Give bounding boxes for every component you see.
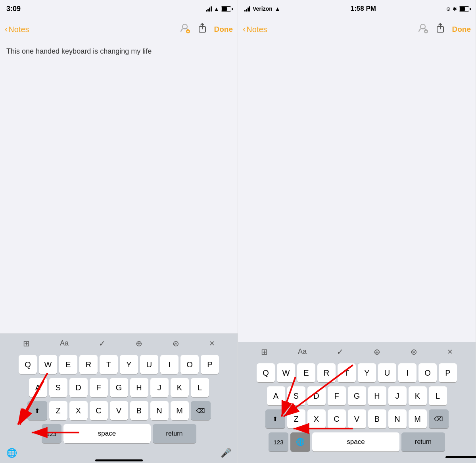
left-key-s[interactable]: S xyxy=(49,378,67,397)
left-mic-icon[interactable]: 🎤 xyxy=(221,448,231,458)
left-wifi-icon: ▲ xyxy=(214,6,219,12)
left-table-icon[interactable]: ⊞ xyxy=(23,339,30,348)
right-key-space[interactable]: space xyxy=(312,432,399,451)
right-key-w[interactable]: W xyxy=(277,363,295,382)
left-key-z[interactable]: Z xyxy=(49,401,67,420)
right-key-z[interactable]: Z xyxy=(287,409,305,428)
right-time: 1:58 PM xyxy=(351,5,376,13)
left-keyboard-toolbar: ⊞ Aa ✓ ⊕ ⊛ × xyxy=(0,334,238,353)
left-key-p[interactable]: P xyxy=(201,355,219,374)
left-key-l[interactable]: L xyxy=(191,378,209,397)
right-key-delete[interactable]: ⌫ xyxy=(429,409,449,428)
right-format-icon[interactable]: Aa xyxy=(298,347,307,356)
left-key-u[interactable]: U xyxy=(140,355,158,374)
right-table-icon[interactable]: ⊞ xyxy=(261,347,268,357)
right-key-n[interactable]: N xyxy=(388,409,407,428)
left-key-j[interactable]: J xyxy=(150,378,169,397)
right-key-t[interactable]: T xyxy=(338,363,356,382)
right-key-a[interactable]: A xyxy=(267,386,285,405)
left-key-h[interactable]: H xyxy=(130,378,148,397)
left-key-space[interactable]: space xyxy=(63,424,151,443)
left-key-w[interactable]: W xyxy=(39,355,57,374)
left-key-shift[interactable]: ⬆ xyxy=(27,401,47,420)
left-key-n[interactable]: N xyxy=(150,401,169,420)
right-contact-icon[interactable]: + xyxy=(417,23,428,36)
right-key-v[interactable]: V xyxy=(348,409,366,428)
right-kb-row-4: 123 🌐 space return xyxy=(240,432,474,451)
right-key-s[interactable]: S xyxy=(287,386,305,405)
right-share-icon[interactable] xyxy=(436,23,445,36)
left-key-g[interactable]: G xyxy=(110,378,128,397)
left-key-y[interactable]: Y xyxy=(120,355,138,374)
right-check-icon[interactable]: ✓ xyxy=(337,347,344,357)
left-done-button[interactable]: Done xyxy=(214,25,233,34)
right-key-d[interactable]: D xyxy=(307,386,326,405)
right-status-bar: Verizon ▲ 1:58 PM ⊙ ✱ xyxy=(238,0,476,17)
left-kb-row-4: 123 space return xyxy=(2,424,236,443)
right-key-i[interactable]: I xyxy=(398,363,416,382)
left-key-a[interactable]: A xyxy=(29,378,47,397)
right-key-shift[interactable]: ⬆ xyxy=(265,409,285,428)
right-phone-screen: Verizon ▲ 1:58 PM ⊙ ✱ ‹ Notes + xyxy=(238,0,476,463)
left-note-content[interactable]: This one handed keyboard is changing my … xyxy=(0,41,238,334)
left-kb-row-2: A S D F G H J K L xyxy=(2,378,236,397)
left-share-icon[interactable] xyxy=(198,23,207,36)
right-done-button[interactable]: Done xyxy=(452,25,471,34)
left-key-x[interactable]: X xyxy=(69,401,88,420)
left-check-icon[interactable]: ✓ xyxy=(99,339,106,348)
left-key-t[interactable]: T xyxy=(100,355,118,374)
right-key-123[interactable]: 123 xyxy=(269,432,288,451)
right-key-o[interactable]: O xyxy=(418,363,437,382)
right-key-q[interactable]: Q xyxy=(257,363,275,382)
right-key-c[interactable]: C xyxy=(328,409,346,428)
left-key-d[interactable]: D xyxy=(69,378,88,397)
left-key-q[interactable]: Q xyxy=(19,355,37,374)
right-key-l[interactable]: L xyxy=(429,386,447,405)
right-back-button[interactable]: ‹ Notes xyxy=(243,24,267,35)
left-key-o[interactable]: O xyxy=(180,355,199,374)
right-key-j[interactable]: J xyxy=(388,386,407,405)
right-key-b[interactable]: B xyxy=(368,409,386,428)
left-globe-icon[interactable]: 🌐 xyxy=(6,448,17,458)
right-plus-circle-icon[interactable]: ⊕ xyxy=(374,347,380,357)
right-key-h[interactable]: H xyxy=(368,386,386,405)
left-markup-icon[interactable]: ⊛ xyxy=(173,339,179,348)
right-key-k[interactable]: K xyxy=(409,386,427,405)
right-key-y[interactable]: Y xyxy=(358,363,376,382)
right-key-u[interactable]: U xyxy=(378,363,396,382)
left-signal-icon xyxy=(206,6,212,12)
right-status-icons: ⊙ ✱ xyxy=(446,6,469,12)
left-key-delete[interactable]: ⌫ xyxy=(191,401,211,420)
right-key-g[interactable]: G xyxy=(348,386,366,405)
right-key-return[interactable]: return xyxy=(401,432,445,451)
left-format-icon[interactable]: Aa xyxy=(60,339,69,347)
left-key-c[interactable]: C xyxy=(90,401,108,420)
right-key-r[interactable]: R xyxy=(317,363,336,382)
left-key-b[interactable]: B xyxy=(130,401,148,420)
left-close-icon[interactable]: × xyxy=(209,338,215,349)
left-key-k[interactable]: K xyxy=(171,378,189,397)
left-key-f[interactable]: F xyxy=(90,378,108,397)
left-back-button[interactable]: ‹ Notes xyxy=(5,24,29,35)
left-key-return[interactable]: return xyxy=(153,424,196,443)
right-markup-icon[interactable]: ⊛ xyxy=(411,347,417,357)
right-key-f[interactable]: F xyxy=(328,386,346,405)
right-close-icon[interactable]: × xyxy=(447,347,453,357)
right-key-globe[interactable]: 🌐 xyxy=(290,432,310,451)
left-contact-icon[interactable]: + xyxy=(179,23,190,36)
left-key-m[interactable]: M xyxy=(171,401,189,420)
left-key-v[interactable]: V xyxy=(110,401,128,420)
left-battery-icon xyxy=(221,6,231,12)
right-key-p[interactable]: P xyxy=(439,363,457,382)
right-key-m[interactable]: M xyxy=(409,409,427,428)
right-battery-icon xyxy=(459,6,469,12)
left-key-e[interactable]: E xyxy=(59,355,77,374)
right-key-e[interactable]: E xyxy=(297,363,315,382)
right-wifi-icon: ▲ xyxy=(275,6,280,12)
left-plus-circle-icon[interactable]: ⊕ xyxy=(136,339,142,348)
right-key-x[interactable]: X xyxy=(307,409,326,428)
left-key-123[interactable]: 123 xyxy=(42,424,61,443)
left-key-r[interactable]: R xyxy=(79,355,98,374)
left-key-i[interactable]: I xyxy=(160,355,178,374)
right-note-content[interactable] xyxy=(238,41,476,342)
